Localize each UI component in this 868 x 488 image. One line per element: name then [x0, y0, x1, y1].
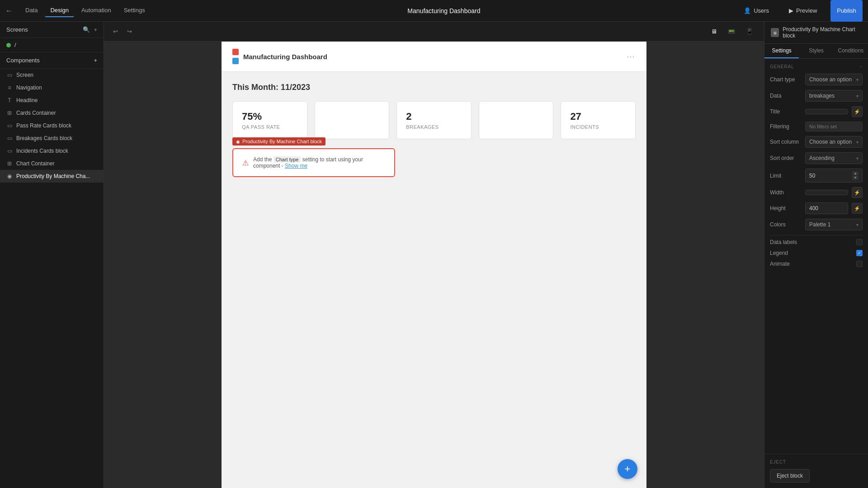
- chevron-down-icon: ▾: [856, 94, 859, 99]
- screens-title: Screens: [6, 26, 28, 33]
- data-labels-row: Data labels: [770, 239, 863, 245]
- sidebar-item-cards-container[interactable]: ⊞ Cards Container: [0, 107, 104, 119]
- tab-settings[interactable]: Settings: [764, 44, 799, 58]
- navigation-icon: ≡: [6, 84, 13, 91]
- incidents-icon: ▭: [6, 148, 13, 154]
- animate-checkbox[interactable]: [856, 261, 863, 267]
- sidebar-item-incidents[interactable]: ▭ Incidents Cards block: [0, 145, 104, 157]
- limit-up-button[interactable]: ▲: [852, 171, 859, 175]
- filtering-value[interactable]: No filters set: [805, 122, 863, 131]
- add-button[interactable]: +: [618, 459, 637, 479]
- limit-down-button[interactable]: ▼: [852, 176, 859, 180]
- screen-item-root[interactable]: /: [0, 38, 104, 52]
- canvas-toolbar-right: 🖥 📟 📱: [708, 26, 757, 37]
- dashboard-heading: Manufacturing Dashboard: [243, 53, 327, 61]
- publish-label: Publish: [837, 7, 856, 14]
- breakages-label: BREAKAGES: [406, 124, 462, 130]
- sort-column-select[interactable]: Choose an option ▾: [805, 136, 863, 148]
- back-button[interactable]: ←: [5, 7, 13, 15]
- tab-data[interactable]: Data: [20, 4, 43, 17]
- general-section-label: GENERAL −: [770, 64, 863, 69]
- chart-type-select[interactable]: Choose an option ▾: [805, 74, 863, 85]
- sidebar-item-navigation[interactable]: ≡ Navigation: [0, 81, 104, 94]
- filtering-row: Filtering No filters set: [770, 122, 863, 131]
- width-row: Width ⚡: [770, 187, 863, 198]
- eject-label: EJECT: [770, 460, 863, 465]
- view-mobile-button[interactable]: 📱: [742, 26, 757, 37]
- colors-row: Colors Palette 1 ▾: [770, 219, 863, 230]
- sort-column-label: Sort column: [770, 139, 802, 145]
- main-layout: Screens 🔍 + / Components + ▭ Screen ≡ Na…: [0, 22, 868, 488]
- sort-order-select[interactable]: Ascending ▾: [805, 152, 863, 164]
- screen-icon: ▭: [6, 72, 13, 78]
- topbar-left: ← Data Design Automation Settings: [5, 4, 151, 17]
- pass-rate-label: QA PASS RATE: [242, 124, 298, 130]
- height-lightning-button[interactable]: ⚡: [852, 203, 863, 214]
- undo-button[interactable]: ↩: [111, 26, 120, 37]
- width-lightning-button[interactable]: ⚡: [852, 187, 863, 198]
- component-label: Cards Container: [16, 110, 56, 116]
- topbar: ← Data Design Automation Settings Manufa…: [0, 0, 868, 22]
- collapse-button[interactable]: −: [859, 64, 863, 69]
- title-row: Title ⚡: [770, 106, 863, 117]
- tab-design[interactable]: Design: [45, 4, 74, 17]
- limit-input[interactable]: 50 ▲ ▼: [805, 169, 863, 183]
- right-panel: GENERAL − Chart type Choose an option ▾ …: [764, 59, 868, 454]
- chart-type-label: Chart type: [770, 76, 802, 83]
- productivity-icon: ◉: [6, 173, 13, 179]
- height-input[interactable]: 400: [805, 202, 848, 214]
- sort-column-row: Sort column Choose an option ▾: [770, 136, 863, 148]
- filtering-label: Filtering: [770, 123, 802, 130]
- breakages-value: 2: [406, 111, 462, 122]
- eject-block-button[interactable]: Eject block: [770, 469, 810, 483]
- chevron-down-icon: ▾: [856, 156, 859, 161]
- redo-button[interactable]: ↪: [125, 26, 134, 37]
- sidebar-item-headline[interactable]: T Headline: [0, 94, 104, 107]
- incidents-value: 27: [570, 111, 626, 122]
- sidebar-item-breakages[interactable]: ▭ Breakages Cards block: [0, 132, 104, 145]
- dashboard-header: Manufacturing Dashboard ⋯: [222, 42, 646, 72]
- tab-settings[interactable]: Settings: [118, 4, 151, 17]
- dots-menu-icon[interactable]: ⋯: [627, 52, 636, 61]
- publish-button[interactable]: Publish: [830, 0, 863, 22]
- search-icon[interactable]: 🔍: [83, 26, 90, 33]
- users-icon: 👤: [744, 7, 751, 14]
- add-screen-icon[interactable]: +: [94, 26, 97, 33]
- data-select[interactable]: breakages ▾: [805, 90, 863, 102]
- dashboard-body: This Month: 11/2023 75% QA PASS RATE 2 B…: [222, 72, 646, 188]
- pass-rate-value: 75%: [242, 111, 298, 122]
- chevron-down-icon: ▾: [856, 77, 859, 82]
- page-title: Manufacturing Dashboard: [151, 7, 737, 14]
- component-label: Navigation: [16, 84, 42, 91]
- limit-spinners: ▲ ▼: [852, 171, 859, 180]
- colors-select[interactable]: Palette 1 ▾: [805, 219, 863, 230]
- sidebar-item-screen[interactable]: ▭ Screen: [0, 69, 104, 81]
- add-component-icon[interactable]: +: [94, 57, 97, 64]
- title-input[interactable]: [805, 109, 848, 114]
- block-title: Productivity By Machine Chart block: [783, 26, 862, 39]
- pass-rate-card: 75% QA PASS RATE: [232, 101, 307, 139]
- view-tablet-button[interactable]: 📟: [724, 26, 739, 37]
- view-desktop-button[interactable]: 🖥: [708, 26, 721, 37]
- show-me-link[interactable]: Show me: [285, 163, 307, 169]
- legend-checkbox[interactable]: [856, 250, 863, 256]
- sidebar-item-chart-container[interactable]: ⊞ Chart Container: [0, 157, 104, 170]
- chart-block-label: ◉ Productivity By Machine Chart block: [232, 137, 326, 145]
- pass-rate-icon: ▭: [6, 122, 13, 129]
- width-input[interactable]: [805, 190, 848, 195]
- users-button[interactable]: 👤 Users: [737, 5, 775, 17]
- component-label: Chart Container: [16, 160, 55, 167]
- tab-automation[interactable]: Automation: [76, 4, 117, 17]
- month-title: This Month: 11/2023: [232, 83, 636, 92]
- block-icon: ◉: [771, 28, 779, 37]
- data-labels-checkbox[interactable]: [856, 239, 863, 245]
- tab-styles[interactable]: Styles: [799, 44, 833, 58]
- title-lightning-button[interactable]: ⚡: [852, 106, 863, 117]
- sidebar-item-pass-rate[interactable]: ▭ Pass Rate Cards block: [0, 119, 104, 132]
- height-label: Height: [770, 205, 802, 211]
- tab-conditions[interactable]: Conditions: [834, 44, 868, 58]
- components-header: Components +: [0, 52, 104, 69]
- preview-button[interactable]: ▶ Preview: [783, 5, 823, 17]
- eject-section: EJECT Eject block: [764, 454, 868, 488]
- sidebar-item-productivity-chart[interactable]: ◉ Productivity By Machine Cha...: [0, 170, 104, 183]
